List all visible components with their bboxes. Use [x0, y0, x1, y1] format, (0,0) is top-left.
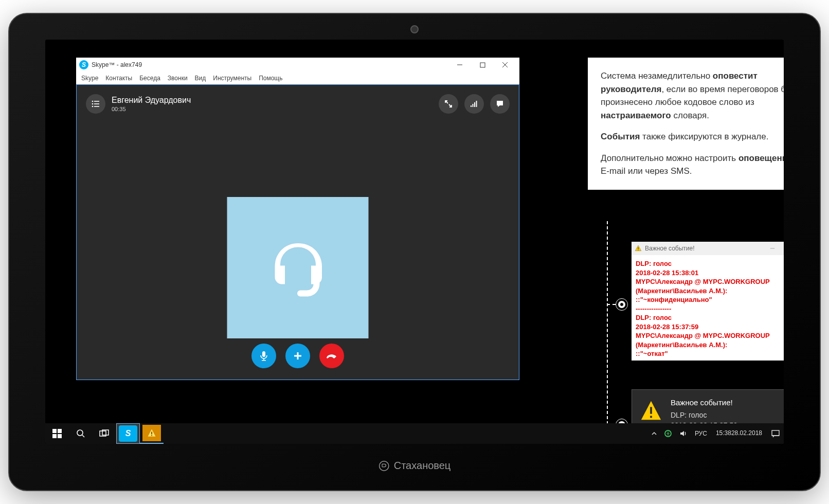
headset-icon	[259, 229, 336, 307]
warning-icon	[639, 399, 663, 423]
svg-rect-28	[58, 429, 62, 433]
window-title: Важное событие!	[645, 245, 763, 252]
call-area: Евгений Эдуардович 00:35	[76, 84, 519, 380]
svg-rect-9	[94, 106, 99, 107]
info-paragraph-1: Система незамедлительно оповестит руково…	[601, 69, 784, 122]
svg-rect-38	[772, 430, 779, 436]
svg-rect-27	[52, 429, 57, 433]
contact-name: Евгений Эдуардович	[112, 96, 191, 105]
svg-rect-14	[262, 351, 265, 357]
menu-contacts[interactable]: Контакты	[105, 75, 132, 82]
svg-rect-30	[58, 434, 62, 438]
contact-avatar	[227, 197, 369, 338]
minimize-button[interactable]	[763, 241, 782, 256]
tray-action-center-icon[interactable]	[767, 423, 784, 444]
skype-window: Skype™ - alex749 Skype Контакты Беседа	[76, 58, 519, 380]
chat-button[interactable]	[490, 94, 510, 114]
warning-icon	[142, 425, 161, 441]
signal-button[interactable]	[464, 94, 484, 114]
svg-rect-5	[94, 101, 99, 102]
svg-point-8	[92, 106, 94, 107]
tray-language[interactable]: РУС	[691, 423, 711, 444]
svg-rect-19	[638, 247, 638, 249]
tablet-brand: Стахановец	[379, 460, 451, 472]
menu-help[interactable]: Помощь	[259, 75, 282, 82]
task-view-button[interactable]	[93, 423, 116, 444]
tray-app-icon[interactable]	[660, 423, 676, 444]
svg-rect-29	[52, 434, 57, 438]
svg-rect-15	[263, 358, 264, 360]
svg-rect-13	[476, 101, 477, 107]
svg-rect-18	[294, 355, 301, 357]
svg-point-39	[380, 461, 389, 470]
menu-tools[interactable]: Инструменты	[213, 75, 251, 82]
add-participant-button[interactable]	[285, 344, 310, 368]
info-panel: Система незамедлительно оповестит руково…	[588, 58, 784, 190]
toast-title: Важное событие!	[671, 397, 742, 408]
svg-rect-36	[151, 435, 152, 436]
minimize-button[interactable]	[448, 58, 471, 72]
skype-icon	[119, 425, 137, 442]
svg-rect-12	[474, 102, 475, 107]
tray-clock[interactable]: 15:38 28.02.2018	[711, 423, 767, 444]
menu-conversation[interactable]: Беседа	[139, 75, 160, 82]
menu-calls[interactable]: Звонки	[168, 75, 188, 82]
info-paragraph-3: Дополнительно можно настроить оповещения…	[601, 152, 784, 178]
list-button[interactable]	[86, 94, 105, 114]
taskbar-app-skype[interactable]	[116, 423, 140, 444]
svg-rect-16	[262, 360, 266, 361]
toast-line: DLP: голос	[671, 410, 742, 420]
taskbar-app-alert[interactable]	[140, 423, 164, 444]
close-button[interactable]	[494, 58, 516, 72]
screen: Skype™ - alex749 Skype Контакты Беседа	[45, 40, 784, 444]
fullscreen-button[interactable]	[439, 94, 458, 114]
svg-point-6	[92, 103, 94, 105]
tray-chevron-up[interactable]	[648, 423, 660, 444]
maximize-button[interactable]	[782, 241, 784, 256]
connector-line	[607, 221, 608, 424]
taskbar: РУС 15:38 28.02.2018	[45, 423, 784, 444]
separator: ----------------	[636, 304, 784, 314]
event-entry: DLP: голос 2018-02-28 15:38:01 MYPC\Алек…	[636, 259, 784, 304]
warning-icon	[635, 245, 642, 252]
svg-point-31	[77, 430, 83, 436]
menu-bar: Skype Контакты Беседа Звонки Вид Инструм…	[76, 72, 519, 84]
event-log-window: Важное событие! DLP: голос 2018-02	[632, 242, 784, 361]
connector-dot	[618, 301, 625, 308]
svg-rect-20	[638, 249, 638, 250]
window-title: Skype™ - alex749	[92, 61, 448, 68]
title-bar[interactable]: Skype™ - alex749	[76, 58, 519, 72]
start-button[interactable]	[45, 423, 69, 444]
maximize-button[interactable]	[471, 58, 494, 72]
svg-rect-11	[473, 104, 474, 107]
svg-line-32	[82, 435, 84, 437]
svg-point-4	[92, 101, 94, 102]
info-paragraph-2: События также фиксируются в журнале.	[601, 130, 784, 143]
call-timer: 00:35	[112, 106, 191, 112]
svg-rect-25	[650, 407, 652, 413]
svg-rect-26	[650, 416, 652, 418]
event-log-body[interactable]: DLP: голос 2018-02-28 15:38:01 MYPC\Алек…	[632, 255, 784, 361]
menu-view[interactable]: Вид	[195, 75, 206, 82]
event-entry: DLP: голос 2018-02-28 15:37:59 MYPC\Алек…	[636, 313, 784, 358]
svg-rect-10	[471, 105, 472, 107]
svg-rect-7	[94, 103, 99, 104]
title-bar[interactable]: Важное событие!	[632, 242, 784, 255]
tablet-frame: Skype™ - alex749 Skype Контакты Беседа	[8, 13, 821, 491]
menu-skype[interactable]: Skype	[81, 75, 98, 82]
search-button[interactable]	[69, 423, 93, 444]
skype-icon	[79, 60, 88, 69]
svg-rect-35	[151, 432, 152, 435]
svg-rect-1	[480, 63, 485, 67]
mute-button[interactable]	[251, 344, 276, 368]
end-call-button[interactable]	[319, 344, 344, 368]
tray-volume-icon[interactable]	[676, 423, 691, 444]
tablet-camera	[410, 25, 419, 33]
